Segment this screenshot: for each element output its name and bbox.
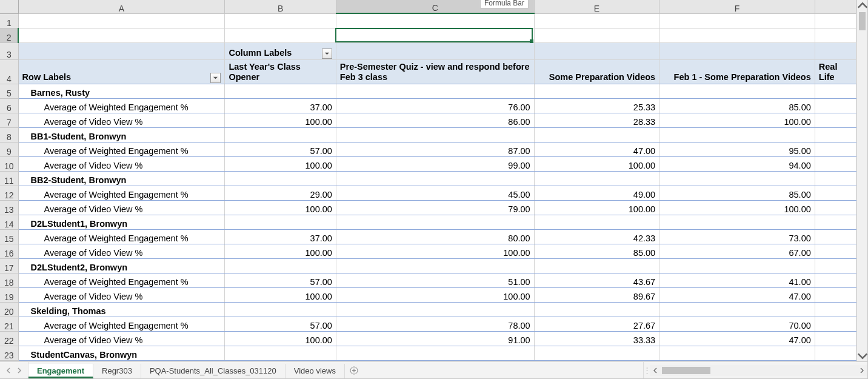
- pivot-value[interactable]: 76.00: [336, 98, 534, 113]
- pivot-value[interactable]: 100.00: [534, 156, 659, 171]
- pivot-value[interactable]: 85.00: [659, 98, 815, 113]
- pivot-value[interactable]: 37.00: [225, 229, 336, 244]
- pivot-group-name[interactable]: StudentCanvas, Bronwyn: [18, 346, 225, 360]
- cell[interactable]: [659, 346, 815, 360]
- row-labels-filter-button[interactable]: [210, 73, 221, 83]
- column-header-F[interactable]: F: [659, 0, 815, 13]
- cell[interactable]: [815, 28, 856, 42]
- pivot-value[interactable]: 25.33: [534, 98, 659, 113]
- row-header-21[interactable]: 21: [0, 317, 18, 331]
- cell[interactable]: [815, 346, 856, 360]
- pivot-value[interactable]: 33.33: [534, 331, 659, 346]
- cell[interactable]: [534, 84, 659, 98]
- cell[interactable]: [534, 215, 659, 229]
- pivot-value[interactable]: 49.00: [534, 186, 659, 200]
- cell[interactable]: [336, 302, 534, 317]
- cell[interactable]: [225, 171, 336, 186]
- sheet-nav-next-icon[interactable]: [15, 366, 24, 375]
- row-header-2[interactable]: 2: [0, 28, 18, 42]
- column-header-overflow[interactable]: [815, 0, 856, 13]
- pivot-value[interactable]: 41.00: [659, 273, 815, 287]
- pivot-group-name[interactable]: D2LStudent2, Bronwyn: [18, 258, 225, 273]
- pivot-value[interactable]: 100.00: [659, 200, 815, 215]
- cell[interactable]: [534, 127, 659, 142]
- cell[interactable]: [336, 28, 534, 42]
- pivot-metric-label[interactable]: Average of Video View %: [18, 200, 225, 215]
- new-sheet-button[interactable]: [345, 362, 363, 378]
- row-header-3[interactable]: 3: [0, 42, 18, 59]
- cell[interactable]: [336, 346, 534, 360]
- column-header-E[interactable]: E: [534, 0, 659, 13]
- pivot-value[interactable]: 94.00: [659, 156, 815, 171]
- row-header-19[interactable]: 19: [0, 287, 18, 302]
- pivot-metric-label[interactable]: Average of Video View %: [18, 156, 225, 171]
- sheet-nav-buttons[interactable]: [0, 362, 28, 378]
- cell[interactable]: [659, 84, 815, 98]
- cell[interactable]: [336, 13, 534, 28]
- pivot-metric-label[interactable]: Average of Video View %: [18, 331, 225, 346]
- cell[interactable]: [336, 215, 534, 229]
- row-header-5[interactable]: 5: [0, 84, 18, 98]
- cell[interactable]: [815, 171, 856, 186]
- cell[interactable]: [225, 13, 336, 28]
- vertical-scroll-thumb[interactable]: [859, 12, 866, 30]
- cell[interactable]: [18, 28, 225, 42]
- scroll-right-button[interactable]: [856, 365, 867, 376]
- cell[interactable]: [225, 215, 336, 229]
- sheet-tab[interactable]: Engagement: [28, 364, 93, 378]
- cell[interactable]: [534, 171, 659, 186]
- pivot-value[interactable]: 47.00: [659, 287, 815, 302]
- pivot-value[interactable]: 70.00: [659, 317, 815, 331]
- pivot-group-name[interactable]: Skelding, Thomas: [18, 302, 225, 317]
- cell[interactable]: [815, 244, 856, 258]
- cell[interactable]: [534, 42, 659, 59]
- row-header-7[interactable]: 7: [0, 113, 18, 127]
- cell[interactable]: [336, 84, 534, 98]
- cell[interactable]: [659, 127, 815, 142]
- cell[interactable]: [225, 346, 336, 360]
- row-header-10[interactable]: 10: [0, 156, 18, 171]
- pivot-value[interactable]: 100.00: [534, 200, 659, 215]
- pivot-value[interactable]: 28.33: [534, 113, 659, 127]
- cell[interactable]: [336, 258, 534, 273]
- pivot-value[interactable]: 87.00: [336, 142, 534, 156]
- cell[interactable]: [534, 346, 659, 360]
- row-header-16[interactable]: 16: [0, 244, 18, 258]
- cell[interactable]: [659, 42, 815, 59]
- cell[interactable]: [815, 302, 856, 317]
- cell[interactable]: [815, 13, 856, 28]
- cell[interactable]: [815, 258, 856, 273]
- row-header-1[interactable]: 1: [0, 13, 18, 28]
- cell[interactable]: [659, 258, 815, 273]
- pivot-value[interactable]: 100.00: [336, 287, 534, 302]
- pivot-value[interactable]: 57.00: [225, 273, 336, 287]
- horizontal-scroll-track[interactable]: [661, 365, 856, 376]
- cell[interactable]: [815, 200, 856, 215]
- cell[interactable]: [659, 171, 815, 186]
- cell[interactable]: [815, 317, 856, 331]
- pivot-value[interactable]: 47.00: [534, 142, 659, 156]
- row-header-12[interactable]: 12: [0, 186, 18, 200]
- pivot-value[interactable]: 29.00: [225, 186, 336, 200]
- cell[interactable]: [336, 127, 534, 142]
- pivot-metric-label[interactable]: Average of Weighted Engagement %: [18, 98, 225, 113]
- pivot-col-header-B[interactable]: Last Year's Class Opener: [225, 59, 336, 84]
- cell[interactable]: [815, 273, 856, 287]
- scroll-left-button[interactable]: [650, 365, 661, 376]
- row-header-15[interactable]: 15: [0, 229, 18, 244]
- pivot-metric-label[interactable]: Average of Video View %: [18, 113, 225, 127]
- pivot-group-name[interactable]: Barnes, Rusty: [18, 84, 225, 98]
- pivot-metric-label[interactable]: Average of Weighted Engagement %: [18, 317, 225, 331]
- column-labels-filter-button[interactable]: [322, 49, 332, 59]
- horizontal-scrollbar[interactable]: [650, 365, 867, 376]
- pivot-value[interactable]: 100.00: [225, 156, 336, 171]
- row-header-4[interactable]: 4: [0, 59, 18, 84]
- cell[interactable]: [225, 84, 336, 98]
- row-header-8[interactable]: 8: [0, 127, 18, 142]
- pivot-value[interactable]: 100.00: [225, 331, 336, 346]
- cell[interactable]: [18, 42, 225, 59]
- cell[interactable]: [225, 258, 336, 273]
- pivot-value[interactable]: 89.67: [534, 287, 659, 302]
- pivot-value[interactable]: 57.00: [225, 142, 336, 156]
- pivot-value[interactable]: 43.67: [534, 273, 659, 287]
